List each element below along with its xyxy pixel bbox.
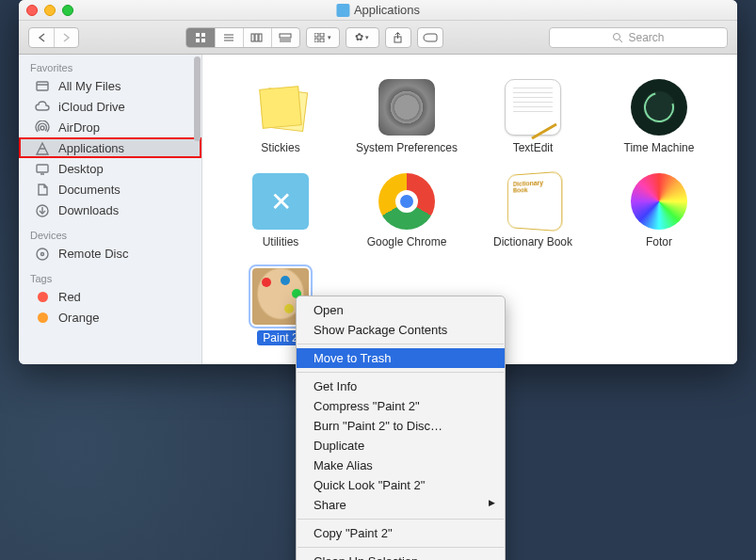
maximize-button[interactable] <box>62 5 73 16</box>
app-label: Time Machine <box>624 141 695 154</box>
menu-item-quick-look-paint-2[interactable]: Quick Look "Paint 2" <box>297 475 505 495</box>
svg-rect-21 <box>37 82 48 90</box>
sidebar-item-desktop[interactable]: Desktop <box>19 158 201 179</box>
sidebar-scrollbar[interactable] <box>192 55 201 364</box>
app-label: Fotor <box>646 235 672 248</box>
desktop-icon <box>34 161 51 176</box>
scrollbar-thumb[interactable] <box>194 56 201 141</box>
svg-rect-25 <box>37 165 48 172</box>
sidebar-item-documents[interactable]: Documents <box>19 179 201 200</box>
close-button[interactable] <box>26 5 38 16</box>
app-label: Utilities <box>263 235 299 248</box>
gear-icon: ✿ <box>355 31 363 43</box>
menu-item-make-alias[interactable]: Make Alias <box>297 456 505 475</box>
sidebar-item-airdrop[interactable]: AirDrop <box>19 117 201 137</box>
app-item-textedit[interactable]: TextEdit <box>470 79 596 154</box>
sidebar-header: Devices <box>19 228 201 243</box>
menu-item-burn-paint-2-to-disc[interactable]: Burn "Paint 2" to Disc… <box>297 416 505 436</box>
sysprefs-app-icon <box>378 79 435 136</box>
forward-button[interactable] <box>54 28 78 47</box>
svg-line-20 <box>619 40 622 42</box>
svg-rect-15 <box>314 39 318 42</box>
svg-rect-1 <box>201 33 205 37</box>
search-placeholder: Search <box>628 31 664 44</box>
icloud-icon <box>34 99 51 114</box>
menu-item-duplicate[interactable]: Duplicate <box>297 436 505 456</box>
menu-item-open[interactable]: Open <box>297 300 505 320</box>
stickies-app-icon <box>249 76 311 137</box>
titlebar[interactable]: Applications <box>19 0 737 21</box>
search-field[interactable]: Search <box>549 27 728 48</box>
app-item-fotor[interactable]: Fotor <box>596 173 722 248</box>
tags-button[interactable] <box>417 27 443 48</box>
app-item-dictionary-book[interactable]: Dictionary Book <box>470 173 596 248</box>
sidebar-item-label: Downloads <box>58 203 119 217</box>
textedit-app-icon <box>505 79 561 136</box>
menu-item-show-package-contents[interactable]: Show Package Contents <box>297 320 505 340</box>
tag-dot-icon <box>34 289 51 304</box>
menu-item-compress-paint-2[interactable]: Compress "Paint 2" <box>297 396 505 416</box>
menu-separator <box>298 547 504 548</box>
toolbar: ▾ ✿▾ Search <box>19 21 737 55</box>
arrange-button[interactable]: ▾ <box>306 27 340 48</box>
menu-item-copy-paint-2[interactable]: Copy "Paint 2" <box>297 523 505 543</box>
app-item-system-preferences[interactable]: System Preferences <box>344 79 470 154</box>
svg-point-30 <box>40 252 43 255</box>
utilities-app-icon <box>252 173 309 230</box>
back-button[interactable] <box>29 28 54 47</box>
window-controls <box>26 5 73 16</box>
sidebar-item-label: Desktop <box>58 162 104 176</box>
sidebar-item-label: Remote Disc <box>58 247 128 261</box>
menu-item-move-to-trash[interactable]: Move to Trash <box>297 348 505 368</box>
sidebar-item-applications[interactable]: Applications <box>19 137 201 158</box>
window-title: Applications <box>336 3 420 17</box>
icon-view-button[interactable] <box>186 28 215 47</box>
share-icon <box>393 32 403 43</box>
coverflow-view-button[interactable] <box>271 28 299 47</box>
nav-buttons <box>28 27 79 48</box>
timemachine-app-icon <box>631 79 687 136</box>
app-item-google-chrome[interactable]: Google Chrome <box>344 173 470 248</box>
sidebar-header: Tags <box>19 271 201 286</box>
menu-item-clean-up-selection[interactable]: Clean Up Selection <box>297 552 505 560</box>
app-label: Dictionary Book <box>493 235 572 248</box>
svg-rect-9 <box>259 34 262 41</box>
svg-rect-10 <box>280 34 291 38</box>
menu-item-get-info[interactable]: Get Info <box>297 376 505 396</box>
applications-icon <box>34 140 51 155</box>
sidebar-item-label: Orange <box>58 311 99 325</box>
action-button[interactable]: ✿▾ <box>346 27 379 48</box>
app-item-utilities[interactable]: Utilities <box>217 173 344 248</box>
app-item-stickies[interactable]: Stickies <box>217 79 344 154</box>
svg-point-29 <box>37 248 48 260</box>
context-menu: OpenShow Package ContentsMove to TrashGe… <box>296 296 506 560</box>
view-switcher <box>185 27 300 48</box>
svg-rect-3 <box>201 39 205 42</box>
menu-separator <box>298 344 504 344</box>
sidebar-item-label: Documents <box>58 183 121 197</box>
dict-app-icon <box>507 171 563 232</box>
sidebar-item-all-my-files[interactable]: All My Files <box>19 75 201 96</box>
column-view-button[interactable] <box>243 28 271 47</box>
window-title-text: Applications <box>354 3 420 17</box>
fotor-app-icon <box>631 173 687 230</box>
search-icon <box>612 32 623 43</box>
app-label: TextEdit <box>513 141 554 154</box>
share-button[interactable] <box>385 27 411 48</box>
applications-folder-icon <box>336 4 349 17</box>
app-item-time-machine[interactable]: Time Machine <box>596 79 722 154</box>
sidebar-item-orange[interactable]: Orange <box>19 307 201 328</box>
tag-icon <box>423 33 438 42</box>
sidebar-item-remote-disc[interactable]: Remote Disc <box>19 243 201 264</box>
downloads-icon <box>34 202 51 217</box>
list-view-button[interactable] <box>215 28 243 47</box>
sidebar-item-icloud-drive[interactable]: iCloud Drive <box>19 96 201 117</box>
menu-item-share[interactable]: Share <box>297 495 505 515</box>
sidebar-item-downloads[interactable]: Downloads <box>19 200 201 220</box>
sidebar-item-red[interactable]: Red <box>19 286 201 307</box>
remote-disc-icon <box>34 246 51 261</box>
svg-rect-16 <box>320 39 324 42</box>
minimize-button[interactable] <box>44 5 56 16</box>
documents-icon <box>34 182 51 197</box>
sidebar-item-label: Applications <box>58 141 124 155</box>
